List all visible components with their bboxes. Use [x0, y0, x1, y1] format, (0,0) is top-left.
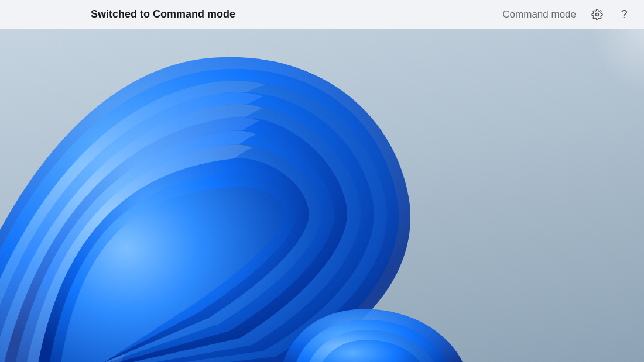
- status-message: Switched to Command mode: [91, 8, 235, 20]
- svg-point-0: [596, 13, 599, 16]
- gear-icon: [591, 9, 603, 20]
- topbar-controls: Command mode ?: [502, 6, 632, 23]
- desktop-wallpaper: [0, 29, 644, 362]
- bloom-shape: [0, 57, 468, 362]
- settings-button[interactable]: [589, 6, 605, 23]
- mode-indicator: Command mode: [502, 9, 576, 20]
- help-button[interactable]: ?: [616, 6, 632, 23]
- voice-access-topbar: Switched to Command mode Command mode ?: [0, 0, 644, 29]
- help-icon: ?: [621, 8, 627, 21]
